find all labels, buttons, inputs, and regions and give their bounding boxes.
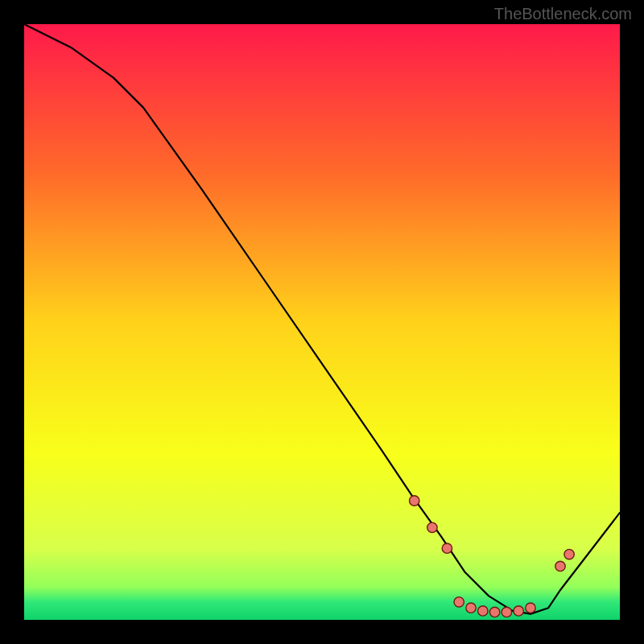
data-point — [427, 522, 437, 532]
data-point — [442, 543, 452, 553]
data-point — [526, 603, 535, 613]
chart-svg — [24, 24, 620, 620]
data-point — [514, 606, 523, 616]
data-point — [564, 549, 574, 559]
data-point — [410, 496, 419, 506]
chart-container: TheBottleneck.com — [0, 0, 644, 644]
data-point — [555, 561, 565, 571]
data-point — [502, 607, 511, 617]
data-point — [478, 606, 488, 616]
gradient-background — [24, 24, 620, 620]
data-point — [466, 603, 476, 613]
data-point — [454, 597, 464, 607]
plot-area — [24, 24, 620, 620]
data-point — [489, 607, 499, 617]
watermark-text: TheBottleneck.com — [494, 5, 632, 23]
